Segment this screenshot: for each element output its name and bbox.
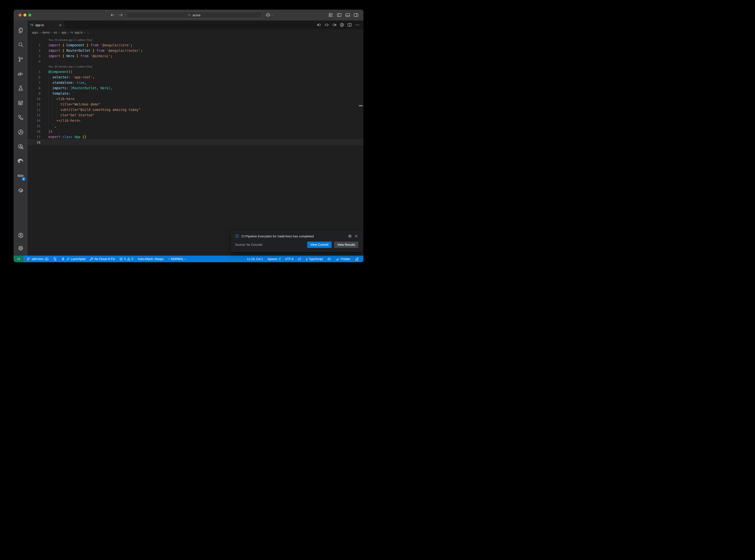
code-editor[interactable]: You, 26 minutes ago | 1 author (You)1imp…	[27, 36, 363, 256]
status-item-vim-mode[interactable]: -- NORMAL --	[166, 256, 188, 262]
status-item-label: -- NORMAL --	[168, 257, 186, 261]
close-window-button[interactable]	[19, 14, 21, 17]
cloud-upload-icon	[45, 257, 48, 261]
activity-bar-item-edge-tools[interactable]	[15, 154, 27, 168]
code-text: export class App {}	[48, 134, 86, 140]
toggle-secondary-sidebar-button[interactable]	[354, 13, 358, 18]
code-line-2: 2import { RouterOutlet } from '@angular/…	[27, 48, 363, 53]
activity-bar-item-source-control[interactable]	[15, 52, 27, 66]
line-number: 18	[27, 140, 48, 144]
code-text: import { RouterOutlet } from '@angular/r…	[48, 48, 142, 53]
status-item-notifications-bell[interactable]	[353, 256, 361, 262]
braces-icon: {}	[306, 258, 308, 261]
breadcrumb-item[interactable]: app.ts	[75, 31, 83, 34]
code-line-18: 18	[27, 140, 363, 145]
breadcrumb-item[interactable]: demo	[42, 31, 49, 34]
status-item-prettier[interactable]: Prettier	[333, 256, 353, 262]
double-check-icon	[336, 257, 339, 261]
forward-icon[interactable]	[119, 13, 123, 17]
warning-icon	[127, 257, 131, 261]
customize-layout-button[interactable]	[329, 13, 333, 18]
line-number: 10	[27, 97, 48, 101]
breadcrumb-separator: ›	[84, 31, 85, 34]
activity-bar-item-testing[interactable]	[15, 81, 27, 96]
search-value: acme	[193, 13, 200, 17]
gitlens-changes-icon[interactable]	[324, 23, 329, 27]
title-bar: acme	[14, 9, 363, 20]
status-item-nx-cloud-ai-fix[interactable]: Nx Cloud AI Fix	[87, 256, 117, 262]
breadcrumb-item[interactable]: src	[54, 31, 57, 34]
activity-bar-item-run-and-debug[interactable]	[15, 66, 27, 81]
copilot-icon	[327, 257, 331, 261]
maximize-window-button[interactable]	[28, 14, 31, 17]
code-text: subtitle="Build something amazing today"	[48, 107, 141, 113]
notification-settings-icon[interactable]	[348, 234, 352, 238]
code-line-11: 11 title="Welcmoe demo"	[27, 102, 363, 107]
activity-bar: N≫2	[14, 20, 27, 256]
remote-indicator[interactable]	[14, 256, 24, 262]
edge-icon	[18, 158, 24, 164]
vscode-window: acme N≫2 TS app.ts × apps›demo›src›app›T…	[14, 9, 363, 262]
code-line-1: 1import { Component } from '@angular/cor…	[27, 42, 363, 48]
notification-close-icon[interactable]	[354, 234, 358, 238]
close-tab-icon[interactable]: ×	[59, 23, 61, 27]
debug-icon	[18, 71, 24, 77]
gitlens-graph-icon[interactable]	[340, 23, 344, 27]
code-line-8: 8 imports: [RouterOutlet, Hero],	[27, 85, 363, 91]
tab-app-ts[interactable]: TS app.ts ×	[27, 20, 64, 29]
error-icon	[119, 257, 123, 261]
gitlens-next-change-icon[interactable]	[332, 23, 337, 27]
activity-bar-item-gitlens-search[interactable]	[15, 139, 27, 154]
code-line-7: 7 standalone: true,	[27, 80, 363, 85]
status-item-cursor-position[interactable]: Ln 18, Col 1	[245, 256, 265, 262]
status-item-language-mode[interactable]: {}TypeScript	[303, 256, 325, 262]
gitlens-previous-change-icon[interactable]	[317, 23, 321, 27]
breadcrumb-item[interactable]: app	[61, 31, 66, 34]
activity-bar-item-nx-console[interactable]: N≫2	[15, 168, 27, 183]
status-item-git-branch[interactable]: add-hero	[25, 256, 51, 262]
status-item-auto-attach[interactable]: Auto Attach: Always	[136, 256, 166, 262]
line-number: 14	[27, 119, 48, 122]
gear-icon	[18, 245, 24, 251]
activity-bar-item-containers[interactable]	[15, 183, 27, 197]
status-item-problems[interactable]: 00	[117, 256, 135, 262]
status-item-gitlens-compare[interactable]	[51, 256, 59, 262]
activity-bar-item-settings[interactable]	[15, 242, 27, 255]
code-line-9: 9 template: `	[27, 91, 363, 96]
toggle-panel-button[interactable]	[345, 13, 350, 18]
breadcrumb-item[interactable]: …	[86, 31, 90, 34]
back-icon[interactable]	[110, 13, 115, 17]
files-icon	[18, 27, 24, 33]
toggle-primary-sidebar-button[interactable]	[337, 13, 342, 18]
code-text: `,	[48, 123, 57, 129]
status-item-indentation[interactable]: Spaces: 2	[265, 256, 283, 262]
minimize-window-button[interactable]	[23, 14, 26, 17]
line-number: 1	[27, 43, 48, 47]
copilot-menu[interactable]	[265, 13, 274, 18]
view-commit-button[interactable]: View Commit	[307, 242, 332, 248]
code-line-16: 16})	[27, 129, 363, 134]
activity-bar-item-gitlens[interactable]	[15, 125, 27, 139]
activity-bar-item-extensions[interactable]	[15, 96, 27, 110]
gitlens-icon	[18, 129, 24, 135]
activity-bar-item-search[interactable]	[15, 38, 27, 52]
more-actions-icon[interactable]	[355, 23, 359, 27]
status-item-eol[interactable]: LF	[296, 256, 303, 262]
rocket-icon	[61, 257, 65, 261]
activity-bar-item-accounts[interactable]	[15, 229, 27, 242]
activity-bar-item-explorer[interactable]	[15, 23, 27, 38]
line-number: 9	[27, 92, 48, 95]
view-results-button[interactable]: View Results	[334, 242, 358, 248]
command-center-search[interactable]: acme	[126, 12, 262, 19]
status-item-launchpad[interactable]: Launchpad	[59, 256, 87, 262]
line-number: 7	[27, 81, 48, 84]
activity-bar-item-references[interactable]	[15, 110, 27, 125]
code-text: import { Hero } from '@acme/ui';	[48, 53, 113, 59]
split-editor-icon[interactable]	[347, 23, 352, 27]
code-text: })	[48, 129, 52, 134]
breadcrumb-item[interactable]: apps	[32, 31, 38, 34]
line-number: 6	[27, 75, 48, 79]
status-item-copilot-status[interactable]	[325, 256, 333, 262]
status-item-encoding[interactable]: UTF-8	[283, 256, 296, 262]
code-line-10: 10 <lib-hero	[27, 96, 363, 102]
